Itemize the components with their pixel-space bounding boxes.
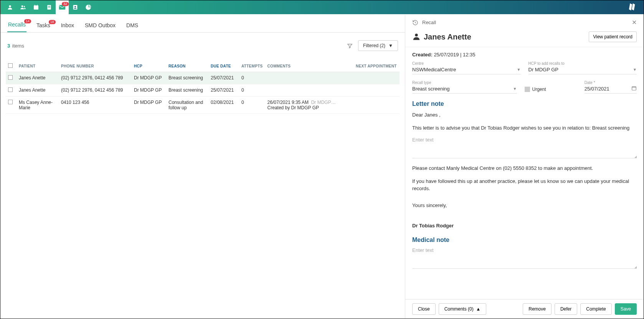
tab-label: Tasks [36, 22, 50, 28]
col-reason[interactable]: REASON [166, 60, 208, 72]
cell-phone: (02) 9712 2976, 0412 456 789 [59, 72, 132, 84]
date-field[interactable]: Date * 25/07/2021 [585, 80, 637, 94]
caret-down-icon: ▼ [513, 87, 517, 91]
centre-select[interactable]: Centre NSWMedicalCentre ▼ [412, 61, 521, 74]
topbar: 32 [0, 0, 644, 14]
field-label: Centre [412, 61, 521, 66]
cell-reason: Consultation and follow up [166, 97, 208, 114]
cell-phone: 0410 123 456 [59, 97, 132, 114]
cell-attempts: 0 [239, 97, 265, 114]
field-value: Dr MDGP GP [528, 66, 637, 72]
brand-icon[interactable] [628, 3, 637, 12]
urgent-checkbox[interactable]: Urgent [525, 80, 577, 94]
pie-icon[interactable] [82, 0, 95, 14]
table-row[interactable]: Janes Anette (02) 9712 2976, 0412 456 78… [6, 72, 400, 84]
save-button[interactable]: Save [615, 303, 637, 315]
tasks-badge: 18 [49, 20, 56, 24]
cell-phone: (02) 9712 2976, 0412 456 789 [59, 84, 132, 97]
urgent-label: Urgent [532, 87, 546, 92]
cell-reason: Breast screening [166, 72, 208, 84]
filter-icon[interactable] [347, 43, 353, 49]
cell-reason: Breast screening [166, 84, 208, 97]
caret-down-icon: ▼ [633, 67, 637, 72]
letter-line: Please contact Manly Medical Centre on (… [412, 164, 637, 172]
select-all-checkbox[interactable] [8, 63, 13, 68]
recall-panel: Recall ✕ Janes Anette View patient recor… [405, 15, 644, 319]
hcp-select[interactable]: HCP to add recalls to Dr MDGP GP ▼ [528, 61, 637, 74]
col-attempts: ATTEMPTS [239, 60, 265, 72]
field-value: 25/07/2021 [585, 85, 637, 92]
field-label: HCP to add recalls to [528, 61, 637, 66]
items-count: 3 [7, 43, 10, 49]
letter-body: Dear Janes , This letter is to advise yo… [412, 111, 637, 230]
tab-label: Recalls [8, 21, 26, 28]
tab-smd[interactable]: SMD Outbox [84, 18, 116, 32]
letter-line: If you have followed this up at another … [412, 178, 637, 192]
placeholder: Enter text [412, 137, 434, 143]
cell-due: 25/07/2021 [208, 72, 239, 84]
letter-line: Yours sincerely, [412, 202, 637, 209]
col-due[interactable]: DUE DATE [208, 60, 239, 72]
checkbox-icon [525, 87, 530, 92]
main-list: 3 items Filtered (2)▼ PATIENT PHONE NUMB… [0, 33, 405, 319]
tab-recalls[interactable]: Recalls14 [7, 17, 26, 32]
svg-point-13 [415, 34, 418, 36]
person-icon[interactable] [3, 0, 17, 14]
view-patient-record-button[interactable]: View patient record [589, 31, 637, 42]
cell-attempts: 0 [239, 72, 265, 84]
complete-button[interactable]: Complete [580, 303, 611, 315]
recalls-table: PATIENT PHONE NUMBER HCP REASON DUE DATE… [6, 60, 400, 114]
comments-button[interactable]: Comments (0) ▲ [439, 303, 487, 315]
svg-point-0 [9, 5, 11, 7]
contacts-icon[interactable] [69, 0, 82, 14]
svg-point-2 [24, 6, 25, 7]
cell-next [353, 97, 400, 114]
calendar-icon[interactable] [30, 0, 43, 14]
svg-point-12 [74, 6, 76, 8]
caret-down-icon: ▼ [517, 67, 521, 72]
items-label: items [11, 43, 24, 49]
cell-due: 02/08/2021 [208, 97, 239, 114]
svg-rect-5 [35, 5, 35, 6]
table-row[interactable]: Ms Casey Anne-Marie 0410 123 456 Dr MDGP… [6, 97, 400, 114]
cell-due: 25/07/2021 [208, 84, 239, 97]
filter-label: Filtered (2) [363, 43, 385, 48]
cell-hcp: Dr MDGP GP [132, 84, 166, 97]
field-value: NSWMedicalCentre [412, 66, 521, 72]
col-patient[interactable]: PATIENT [17, 60, 59, 72]
filter-button[interactable]: Filtered (2)▼ [358, 40, 398, 51]
created-line: Created: 25/07/2019 | 12:35 [412, 52, 637, 58]
letter-note-title: Letter note [412, 100, 637, 107]
defer-button[interactable]: Defer [555, 303, 577, 315]
svg-rect-9 [48, 7, 50, 7]
cell-hcp: Dr MDGP GP [132, 72, 166, 84]
comments-label: Comments (0) [444, 306, 474, 312]
tab-inbox[interactable]: Inbox [60, 18, 75, 32]
caret-down-icon: ▼ [388, 43, 393, 48]
recall-type-select[interactable]: Recall type Breast screening ▼ [412, 80, 517, 94]
close-icon[interactable]: ✕ [632, 19, 637, 26]
cell-comments [265, 72, 353, 84]
row-checkbox[interactable] [8, 87, 13, 92]
panel-title: Recall [422, 20, 436, 25]
cell-hcp: Dr MDGP GP [132, 97, 166, 114]
table-row[interactable]: Janes Anette (02) 9712 2976, 0412 456 78… [6, 84, 400, 97]
close-button[interactable]: Close [412, 303, 436, 315]
letter-signer: Dr Tobias Rodger [412, 222, 637, 230]
remove-button[interactable]: Remove [523, 303, 552, 315]
col-comments: COMMENTS [265, 60, 353, 72]
mail-badge: 32 [62, 2, 69, 6]
col-hcp[interactable]: HCP [132, 60, 166, 72]
row-checkbox[interactable] [8, 75, 13, 80]
tab-tasks[interactable]: Tasks18 [36, 18, 51, 32]
row-checkbox[interactable] [8, 100, 13, 104]
svg-rect-6 [37, 5, 38, 6]
medical-textarea[interactable]: Enter text [412, 247, 637, 269]
panel-footer: Close Comments (0) ▲ Remove Defer Comple… [405, 299, 644, 319]
notes-icon[interactable] [43, 0, 56, 14]
medical-note-title: Medical note [412, 237, 637, 243]
letter-textarea[interactable]: Enter text [412, 137, 637, 158]
people-icon[interactable] [17, 0, 30, 14]
mail-icon[interactable]: 32 [56, 0, 69, 14]
tab-dms[interactable]: DMS [125, 18, 139, 32]
